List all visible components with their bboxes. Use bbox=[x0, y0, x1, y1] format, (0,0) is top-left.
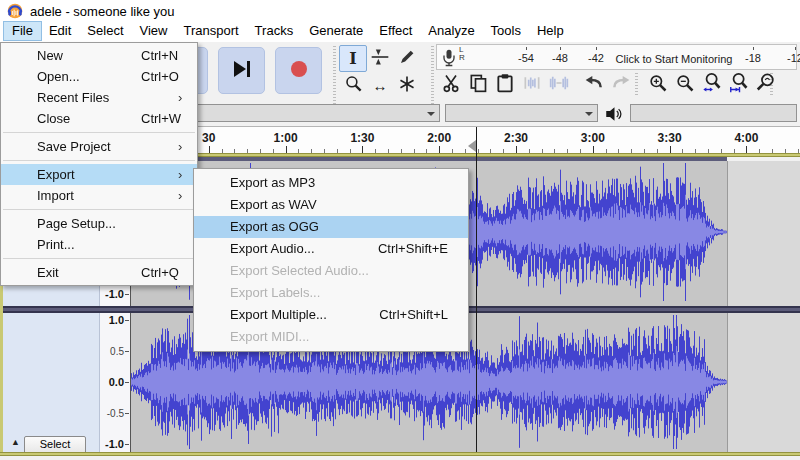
menu-item-close[interactable]: CloseCtrl+W bbox=[1, 108, 197, 129]
submenu-item-export-as-wav[interactable]: Export as WAV bbox=[194, 194, 468, 216]
amplitude-label: 1.0 bbox=[109, 314, 124, 326]
menu-item-page-setup[interactable]: Page Setup... bbox=[1, 213, 197, 234]
silence-audio-button[interactable] bbox=[545, 71, 573, 98]
menubar-item-tools[interactable]: Tools bbox=[483, 22, 529, 40]
menubar-item-transport[interactable]: Transport bbox=[175, 22, 246, 40]
menubar-item-generate[interactable]: Generate bbox=[301, 22, 371, 40]
zoom-toggle-button[interactable] bbox=[752, 71, 780, 98]
audacity-window: adele - someone like you FileEditSelectV… bbox=[0, 0, 800, 460]
menu-item-label: New bbox=[37, 48, 63, 63]
trim-audio-icon bbox=[521, 73, 543, 97]
copy-icon bbox=[468, 73, 488, 97]
zoom-tool-button[interactable] bbox=[339, 72, 367, 99]
meter-scale-tick bbox=[560, 47, 561, 50]
submenu-item-export-as-mp3[interactable]: Export as MP3 bbox=[194, 172, 468, 194]
redo-button[interactable] bbox=[607, 71, 635, 98]
submenu-arrow-icon: › bbox=[178, 185, 182, 206]
zoom-out-button[interactable] bbox=[671, 71, 699, 98]
menubar-item-help[interactable]: Help bbox=[529, 22, 572, 40]
timeline-tick-major bbox=[286, 146, 287, 153]
submenu-item-export-labels[interactable]: Export Labels... bbox=[194, 282, 468, 304]
meter-scale-label: -54 bbox=[518, 52, 534, 64]
menu-item-label: Export Audio... bbox=[230, 241, 315, 256]
menu-separator bbox=[3, 132, 195, 133]
silence-audio-icon bbox=[548, 73, 570, 97]
zoom-in-button[interactable] bbox=[644, 71, 672, 98]
submenu-item-export-multiple[interactable]: Export Multiple...Ctrl+Shift+L bbox=[194, 304, 468, 326]
timeline-tick-major bbox=[670, 146, 671, 153]
recording-meter[interactable]: L R -54-48-42-18-12Click to Start Monito… bbox=[436, 44, 797, 70]
menu-item-print[interactable]: Print... bbox=[1, 234, 197, 255]
collapse-triangle-icon[interactable]: ▲ bbox=[11, 437, 20, 447]
copy-button[interactable] bbox=[464, 71, 492, 98]
amplitude-tick bbox=[125, 294, 129, 295]
track1-empty-area[interactable] bbox=[727, 161, 800, 306]
amplitude-tick bbox=[125, 413, 129, 414]
menu-item-open[interactable]: Open...Ctrl+O bbox=[1, 66, 197, 87]
timeline-label: 3:00 bbox=[581, 131, 605, 145]
fit-project-button[interactable] bbox=[725, 71, 753, 98]
menu-item-recent-files[interactable]: Recent Files› bbox=[1, 87, 197, 108]
meter-scale-tick bbox=[753, 47, 754, 50]
submenu-item-export-audio[interactable]: Export Audio...Ctrl+Shift+E bbox=[194, 238, 468, 260]
meter-scale-tick bbox=[526, 47, 527, 50]
track2-vertical-ruler[interactable]: 1.00.50.0-0.5-1.0 bbox=[100, 313, 131, 452]
menubar-item-edit[interactable]: Edit bbox=[41, 22, 79, 40]
menu-item-export[interactable]: Export› bbox=[1, 164, 197, 185]
submenu-item-export-midi[interactable]: Export MIDI... bbox=[194, 326, 468, 348]
menu-item-label: Export MIDI... bbox=[230, 329, 309, 344]
envelope-tool-button[interactable] bbox=[366, 45, 394, 72]
menubar-item-tracks[interactable]: Tracks bbox=[247, 22, 302, 40]
menu-item-label: Import bbox=[37, 188, 74, 203]
menubar-item-effect[interactable]: Effect bbox=[371, 22, 420, 40]
file-menu: NewCtrl+NOpen...Ctrl+ORecent Files›Close… bbox=[0, 42, 198, 286]
amplitude-label: -1.0 bbox=[105, 288, 124, 300]
submenu-arrow-icon: › bbox=[178, 87, 182, 108]
record-button[interactable] bbox=[275, 47, 322, 94]
menu-item-import[interactable]: Import› bbox=[1, 185, 197, 206]
skip-to-end-button[interactable] bbox=[218, 47, 265, 94]
timeline-tick-major bbox=[746, 146, 747, 153]
meter-scale-label: -48 bbox=[552, 52, 568, 64]
chevron-down-icon bbox=[427, 112, 435, 116]
menubar-item-select[interactable]: Select bbox=[79, 22, 131, 40]
redo-icon bbox=[610, 73, 632, 97]
draw-tool-button[interactable] bbox=[393, 45, 421, 72]
meter-scale-label: -12 bbox=[787, 52, 800, 64]
menu-item-label: Page Setup... bbox=[37, 216, 116, 231]
playback-device-select[interactable] bbox=[630, 104, 797, 122]
toolbar-grip[interactable] bbox=[635, 73, 638, 95]
fit-selection-icon bbox=[702, 72, 723, 97]
record-icon bbox=[288, 58, 310, 84]
trim-audio-button[interactable] bbox=[518, 71, 546, 98]
selection-tool-button[interactable]: I bbox=[339, 45, 367, 72]
menu-item-label: Print... bbox=[37, 237, 75, 252]
amplitude-tick bbox=[125, 351, 129, 352]
paste-button[interactable] bbox=[491, 71, 519, 98]
fit-selection-button[interactable] bbox=[698, 71, 726, 98]
playback-cursor-pin[interactable] bbox=[468, 140, 476, 152]
submenu-item-export-as-ogg[interactable]: Export as OGG bbox=[194, 216, 468, 238]
menu-item-new[interactable]: NewCtrl+N bbox=[1, 45, 197, 66]
track2-control-panel[interactable]: ▲ bbox=[3, 313, 100, 452]
track2-empty-area[interactable] bbox=[727, 313, 800, 452]
meter-monitoring-message[interactable]: Click to Start Monitoring bbox=[616, 53, 733, 65]
meter-scale-label: -42 bbox=[588, 52, 604, 64]
menubar-item-analyze[interactable]: Analyze bbox=[420, 22, 482, 40]
menu-item-label: Export as WAV bbox=[230, 197, 317, 212]
timeline-tick-major bbox=[516, 146, 517, 153]
menu-item-shortcut: Ctrl+Shift+L bbox=[379, 304, 448, 326]
menu-bar: FileEditSelectViewTransportTracksGenerat… bbox=[0, 22, 800, 42]
menubar-item-file[interactable]: File bbox=[4, 22, 41, 40]
menu-item-exit[interactable]: ExitCtrl+Q bbox=[1, 262, 197, 283]
menubar-item-view[interactable]: View bbox=[132, 22, 176, 40]
zoom-in-icon bbox=[648, 73, 668, 97]
menu-item-save-project[interactable]: Save Project› bbox=[1, 136, 197, 157]
recording-channels-select[interactable] bbox=[445, 104, 598, 122]
timeline-tick-major bbox=[439, 146, 440, 153]
time-shift-tool-button[interactable]: ↔ bbox=[366, 72, 394, 99]
undo-button[interactable] bbox=[580, 71, 608, 98]
multi-tool-button[interactable] bbox=[393, 72, 421, 99]
cut-button[interactable] bbox=[437, 71, 465, 98]
submenu-item-export-selected-audio[interactable]: Export Selected Audio... bbox=[194, 260, 468, 282]
